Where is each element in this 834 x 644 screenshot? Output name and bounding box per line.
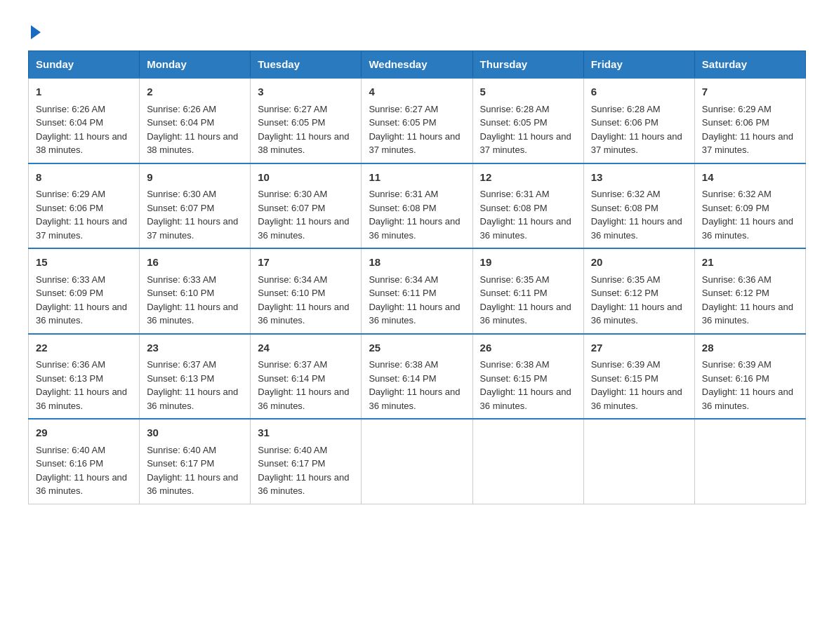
calendar-cell: 6 Sunrise: 6:28 AM Sunset: 6:06 PM Dayli… <box>583 78 694 163</box>
day-number: 30 <box>147 425 243 441</box>
day-number: 19 <box>480 255 576 271</box>
calendar-cell: 22 Sunrise: 6:36 AM Sunset: 6:13 PM Dayl… <box>29 334 140 420</box>
weekday-header-thursday: Thursday <box>472 51 583 79</box>
calendar-cell: 7 Sunrise: 6:29 AM Sunset: 6:06 PM Dayli… <box>694 78 805 163</box>
calendar-cell: 1 Sunrise: 6:26 AM Sunset: 6:04 PM Dayli… <box>29 78 140 163</box>
day-number: 28 <box>702 340 798 356</box>
daylight-line: Daylight: 11 hours and 36 minutes. <box>147 387 238 411</box>
sunset-line: Sunset: 6:15 PM <box>591 373 658 384</box>
sunrise-line: Sunrise: 6:38 AM <box>480 359 550 370</box>
sunrise-line: Sunrise: 6:37 AM <box>147 359 216 370</box>
daylight-line: Daylight: 11 hours and 36 minutes. <box>480 216 571 241</box>
sunrise-line: Sunrise: 6:28 AM <box>480 104 550 114</box>
calendar-cell <box>583 419 694 504</box>
weekday-header-row: SundayMondayTuesdayWednesdayThursdayFrid… <box>29 51 806 79</box>
daylight-line: Daylight: 11 hours and 36 minutes. <box>369 302 460 326</box>
calendar-cell: 21 Sunrise: 6:36 AM Sunset: 6:12 PM Dayl… <box>694 248 805 334</box>
sunrise-line: Sunrise: 6:39 AM <box>591 359 661 370</box>
day-number: 17 <box>258 255 354 271</box>
calendar-cell: 12 Sunrise: 6:31 AM Sunset: 6:08 PM Dayl… <box>472 163 583 249</box>
daylight-line: Daylight: 11 hours and 37 minutes. <box>591 131 682 156</box>
sunset-line: Sunset: 6:11 PM <box>369 288 436 298</box>
sunrise-line: Sunrise: 6:35 AM <box>591 274 661 285</box>
weekday-header-tuesday: Tuesday <box>251 51 362 79</box>
calendar-cell: 11 Sunrise: 6:31 AM Sunset: 6:08 PM Dayl… <box>362 163 472 249</box>
sunrise-line: Sunrise: 6:26 AM <box>36 104 105 114</box>
sunrise-line: Sunrise: 6:30 AM <box>147 189 216 199</box>
sunrise-line: Sunrise: 6:27 AM <box>258 104 327 114</box>
day-number: 20 <box>591 255 687 271</box>
calendar-cell <box>362 419 472 504</box>
sunset-line: Sunset: 6:14 PM <box>258 373 325 384</box>
sunset-line: Sunset: 6:09 PM <box>36 288 103 298</box>
daylight-line: Daylight: 11 hours and 36 minutes. <box>702 302 793 326</box>
calendar-cell: 28 Sunrise: 6:39 AM Sunset: 6:16 PM Dayl… <box>694 334 805 420</box>
sunrise-line: Sunrise: 6:33 AM <box>36 274 105 285</box>
daylight-line: Daylight: 11 hours and 36 minutes. <box>369 387 460 411</box>
calendar-cell: 19 Sunrise: 6:35 AM Sunset: 6:11 PM Dayl… <box>472 248 583 334</box>
daylight-line: Daylight: 11 hours and 37 minutes. <box>480 131 571 156</box>
day-number: 15 <box>36 255 132 271</box>
sunrise-line: Sunrise: 6:29 AM <box>702 104 772 114</box>
day-number: 10 <box>258 170 354 186</box>
day-number: 7 <box>702 84 798 100</box>
weekday-header-sunday: Sunday <box>29 51 140 79</box>
calendar-cell: 17 Sunrise: 6:34 AM Sunset: 6:10 PM Dayl… <box>251 248 362 334</box>
day-number: 16 <box>147 255 243 271</box>
weekday-header-friday: Friday <box>583 51 694 79</box>
day-number: 12 <box>480 170 576 186</box>
sunset-line: Sunset: 6:10 PM <box>258 288 325 298</box>
logo-general-text <box>28 28 41 39</box>
sunrise-line: Sunrise: 6:39 AM <box>702 359 772 370</box>
sunset-line: Sunset: 6:16 PM <box>36 458 103 469</box>
sunrise-line: Sunrise: 6:29 AM <box>36 189 105 199</box>
day-number: 3 <box>258 84 354 100</box>
calendar-cell: 16 Sunrise: 6:33 AM Sunset: 6:10 PM Dayl… <box>140 248 251 334</box>
weekday-header-monday: Monday <box>140 51 251 79</box>
sunset-line: Sunset: 6:04 PM <box>147 117 214 128</box>
day-number: 25 <box>369 340 465 356</box>
calendar-cell: 10 Sunrise: 6:30 AM Sunset: 6:07 PM Dayl… <box>251 163 362 249</box>
day-number: 9 <box>147 170 243 186</box>
day-number: 6 <box>591 84 687 100</box>
sunset-line: Sunset: 6:08 PM <box>480 203 548 213</box>
daylight-line: Daylight: 11 hours and 36 minutes. <box>591 302 682 326</box>
daylight-line: Daylight: 11 hours and 37 minutes. <box>147 216 238 241</box>
calendar-cell: 27 Sunrise: 6:39 AM Sunset: 6:15 PM Dayl… <box>583 334 694 420</box>
sunset-line: Sunset: 6:14 PM <box>369 373 436 384</box>
calendar-cell: 5 Sunrise: 6:28 AM Sunset: 6:05 PM Dayli… <box>472 78 583 163</box>
sunset-line: Sunset: 6:10 PM <box>147 288 214 298</box>
calendar-cell: 2 Sunrise: 6:26 AM Sunset: 6:04 PM Dayli… <box>140 78 251 163</box>
sunset-line: Sunset: 6:08 PM <box>369 203 436 213</box>
sunrise-line: Sunrise: 6:36 AM <box>702 274 772 285</box>
sunset-line: Sunset: 6:17 PM <box>258 458 325 469</box>
day-number: 18 <box>369 255 465 271</box>
calendar-body: 1 Sunrise: 6:26 AM Sunset: 6:04 PM Dayli… <box>29 78 806 504</box>
daylight-line: Daylight: 11 hours and 36 minutes. <box>147 472 238 497</box>
day-number: 13 <box>591 170 687 186</box>
sunset-line: Sunset: 6:17 PM <box>147 458 214 469</box>
sunset-line: Sunset: 6:13 PM <box>147 373 214 384</box>
sunset-line: Sunset: 6:05 PM <box>480 117 548 128</box>
calendar-cell: 31 Sunrise: 6:40 AM Sunset: 6:17 PM Dayl… <box>251 419 362 504</box>
calendar-cell: 24 Sunrise: 6:37 AM Sunset: 6:14 PM Dayl… <box>251 334 362 420</box>
weekday-header-wednesday: Wednesday <box>362 51 472 79</box>
sunrise-line: Sunrise: 6:34 AM <box>369 274 438 285</box>
daylight-line: Daylight: 11 hours and 36 minutes. <box>36 302 127 326</box>
calendar-cell: 30 Sunrise: 6:40 AM Sunset: 6:17 PM Dayl… <box>140 419 251 504</box>
sunset-line: Sunset: 6:04 PM <box>36 117 103 128</box>
day-number: 4 <box>369 84 465 100</box>
sunrise-line: Sunrise: 6:30 AM <box>258 189 327 199</box>
sunrise-line: Sunrise: 6:40 AM <box>147 445 216 455</box>
calendar-header: SundayMondayTuesdayWednesdayThursdayFrid… <box>29 51 806 79</box>
sunrise-line: Sunrise: 6:33 AM <box>147 274 216 285</box>
daylight-line: Daylight: 11 hours and 36 minutes. <box>702 387 793 411</box>
daylight-line: Daylight: 11 hours and 37 minutes. <box>36 216 127 241</box>
daylight-line: Daylight: 11 hours and 38 minutes. <box>258 131 349 156</box>
calendar-week-row: 8 Sunrise: 6:29 AM Sunset: 6:06 PM Dayli… <box>29 163 806 249</box>
calendar-cell: 3 Sunrise: 6:27 AM Sunset: 6:05 PM Dayli… <box>251 78 362 163</box>
calendar-cell: 14 Sunrise: 6:32 AM Sunset: 6:09 PM Dayl… <box>694 163 805 249</box>
sunrise-line: Sunrise: 6:32 AM <box>702 189 772 199</box>
sunrise-line: Sunrise: 6:40 AM <box>36 445 105 455</box>
sunrise-line: Sunrise: 6:34 AM <box>258 274 327 285</box>
